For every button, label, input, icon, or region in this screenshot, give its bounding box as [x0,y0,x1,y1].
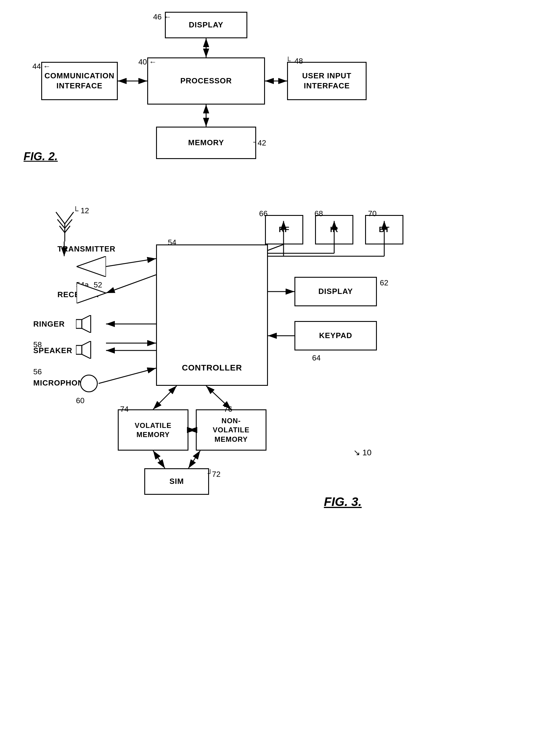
svg-line-11 [57,219,65,228]
ringer-label: RINGER [33,320,65,329]
ref-74: 74 [120,405,129,414]
ref-48: 48 [294,57,303,66]
ref-72: 72 [212,470,221,479]
ref-56: 56 [33,367,42,376]
ref-76: 76 [224,405,232,414]
svg-line-12 [65,219,72,228]
svg-line-27 [106,275,156,293]
ref-70: 70 [368,209,377,218]
ref-66: 66 [259,209,268,218]
sim-box: SIM [144,468,209,495]
amp-transmitter [77,256,106,277]
user-input-label: USER INPUT INTERFACE [302,71,351,91]
svg-marker-20 [82,341,91,359]
ref-68: 68 [314,209,323,218]
ref-42-arrow: ┘ [253,138,258,146]
svg-marker-15 [77,256,106,277]
ref-72-arrow: ┘ [208,469,213,477]
ir-box: IR [315,215,353,244]
svg-marker-16 [77,283,106,303]
bt-box: BT [365,215,403,244]
diagram-container: DISPLAY 46 ← PROCESSOR 40 ← COMMUNICATIO… [0,0,545,756]
user-input-box: USER INPUT INTERFACE [287,62,367,100]
svg-line-26 [106,259,156,267]
ref-10: ↘ 10 [353,448,372,457]
rf-box: RF [265,215,303,244]
ringer-symbol [76,315,94,333]
svg-line-44 [188,451,200,468]
ref-60: 60 [76,396,85,405]
svg-line-10 [65,212,74,224]
svg-line-28 [268,244,284,250]
fig2-label: FIG. 2. [24,150,58,163]
speaker-symbol [76,341,94,359]
ref-48-bracket: └ [286,57,291,65]
ref-42: 42 [258,138,266,148]
processor-label: PROCESSOR [180,76,232,86]
memory-box-fig2: MEMORY [156,127,256,159]
ref-62: 62 [380,278,388,287]
keypad-box: KEYPAD [294,321,377,350]
mic-symbol [80,375,98,392]
display-label-fig2: DISPLAY [189,20,223,30]
svg-line-41 [153,386,177,409]
svg-marker-18 [82,315,91,333]
transmitter-label: TRANSMITTER [57,244,115,254]
ref-44: 44 ← [32,62,51,71]
non-volatile-memory-box: NON- VOLATILE MEMORY [196,409,266,451]
comm-interface-label: COMMUNICATION INTERFACE [44,71,115,91]
svg-line-43 [153,451,165,468]
volatile-memory-box: VOLATILE MEMORY [118,409,188,451]
display-box-fig2: DISPLAY [165,12,247,38]
processor-box-fig2: PROCESSOR [147,57,265,105]
amp-receiver [77,283,106,303]
fig3-label: FIG. 3. [324,495,362,509]
svg-rect-17 [76,320,82,328]
ref-54: 54 [168,238,176,247]
svg-line-39 [99,368,156,383]
svg-line-9 [56,212,65,224]
display-box-fig3: DISPLAY [294,277,377,306]
speaker-label: SPEAKER [33,346,72,355]
ref-12: └ 12 [73,206,89,215]
comm-interface-box: COMMUNICATION INTERFACE [41,62,118,100]
controller-box: CONTROLLER [156,244,268,386]
ref-40: 40 ← [138,57,157,67]
memory-label: MEMORY [188,138,224,148]
svg-rect-19 [76,345,82,354]
ref-46: 46 ← [153,12,171,21]
ref-64: 64 [312,353,321,363]
